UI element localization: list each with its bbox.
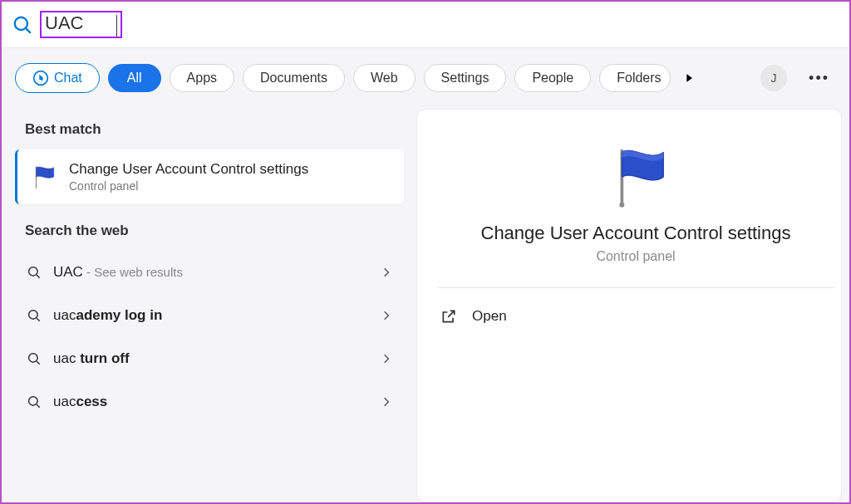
web-result-item[interactable]: uac turn off — [15, 337, 411, 380]
detail-subtitle: Control panel — [437, 249, 834, 264]
detail-panel: Change User Account Control settings Con… — [417, 110, 841, 502]
filter-tabs: Chat All Apps Documents Web Settings Peo… — [2, 48, 849, 103]
svg-line-5 — [37, 275, 40, 278]
search-input[interactable] — [45, 12, 111, 34]
web-results-list: UAC - See web resultsuacademy log inuac … — [15, 251, 411, 423]
tab-people[interactable]: People — [514, 64, 591, 92]
web-result-text: uac turn off — [53, 350, 369, 367]
tab-folders[interactable]: Folders — [599, 64, 670, 92]
best-match-item[interactable]: Change User Account Control settings Con… — [15, 149, 404, 204]
open-action[interactable]: Open — [437, 295, 834, 338]
tab-settings[interactable]: Settings — [424, 64, 507, 92]
tab-web-label: Web — [371, 71, 398, 86]
best-match-subtitle: Control panel — [69, 179, 308, 193]
open-label: Open — [472, 308, 507, 325]
tab-apps-label: Apps — [187, 71, 217, 86]
web-result-item[interactable]: uaccess — [15, 380, 411, 423]
tab-chat[interactable]: Chat — [15, 63, 100, 93]
search-highlight-box — [40, 11, 122, 38]
web-result-text: uaccess — [53, 394, 369, 410]
tab-chat-label: Chat — [54, 71, 82, 86]
tab-all[interactable]: All — [108, 64, 161, 92]
detail-icon-wrap — [437, 141, 834, 208]
svg-line-7 — [37, 318, 40, 321]
search-web-header: Search the web — [15, 211, 411, 251]
svg-point-10 — [29, 397, 38, 406]
results-left-column: Best match Change User Account Control s… — [2, 103, 417, 502]
flag-icon — [29, 163, 57, 191]
tab-apps[interactable]: Apps — [170, 64, 234, 92]
tab-web[interactable]: Web — [353, 64, 416, 92]
search-icon — [12, 14, 33, 36]
search-icon — [27, 265, 42, 280]
divider — [437, 287, 834, 288]
avatar-initial: J — [771, 71, 777, 85]
open-external-icon — [440, 308, 457, 325]
bing-chat-icon — [32, 70, 49, 86]
avatar[interactable]: J — [760, 65, 787, 91]
web-result-item[interactable]: uacademy log in — [15, 294, 411, 337]
window-frame: Chat All Apps Documents Web Settings Peo… — [0, 0, 851, 504]
svg-line-14 — [448, 311, 455, 317]
flag-icon — [603, 141, 669, 208]
chevron-right-icon — [381, 396, 392, 408]
svg-line-9 — [37, 361, 40, 365]
svg-point-13 — [619, 203, 624, 208]
web-result-text: UAC - See web results — [53, 264, 369, 281]
search-icon — [27, 394, 42, 409]
text-cursor — [116, 15, 117, 37]
tab-settings-label: Settings — [441, 71, 489, 86]
svg-line-11 — [37, 404, 40, 408]
svg-point-6 — [29, 311, 38, 320]
tab-documents[interactable]: Documents — [243, 64, 345, 92]
search-icon — [27, 308, 42, 323]
best-match-text: Change User Account Control settings Con… — [69, 161, 308, 193]
tabs-scroll-right-icon[interactable] — [682, 71, 696, 85]
web-result-item[interactable]: UAC - See web results — [15, 251, 411, 294]
tab-documents-label: Documents — [260, 71, 327, 86]
svg-point-8 — [29, 354, 38, 363]
chevron-right-icon — [381, 310, 392, 321]
chevron-right-icon — [381, 267, 392, 278]
best-match-header: Best match — [15, 110, 411, 149]
chevron-right-icon — [381, 353, 392, 365]
results-body: Best match Change User Account Control s… — [2, 103, 849, 502]
svg-point-4 — [29, 267, 38, 276]
web-result-text: uacademy log in — [53, 307, 369, 324]
tab-all-label: All — [127, 71, 142, 86]
tab-people-label: People — [532, 71, 573, 86]
tab-folders-label: Folders — [617, 71, 661, 86]
svg-point-0 — [15, 17, 27, 29]
detail-title: Change User Account Control settings — [437, 223, 834, 244]
search-icon — [27, 351, 42, 366]
best-match-title: Change User Account Control settings — [69, 161, 308, 178]
search-bar — [2, 2, 849, 48]
svg-line-1 — [26, 28, 30, 32]
more-options-icon[interactable]: ••• — [809, 70, 829, 87]
